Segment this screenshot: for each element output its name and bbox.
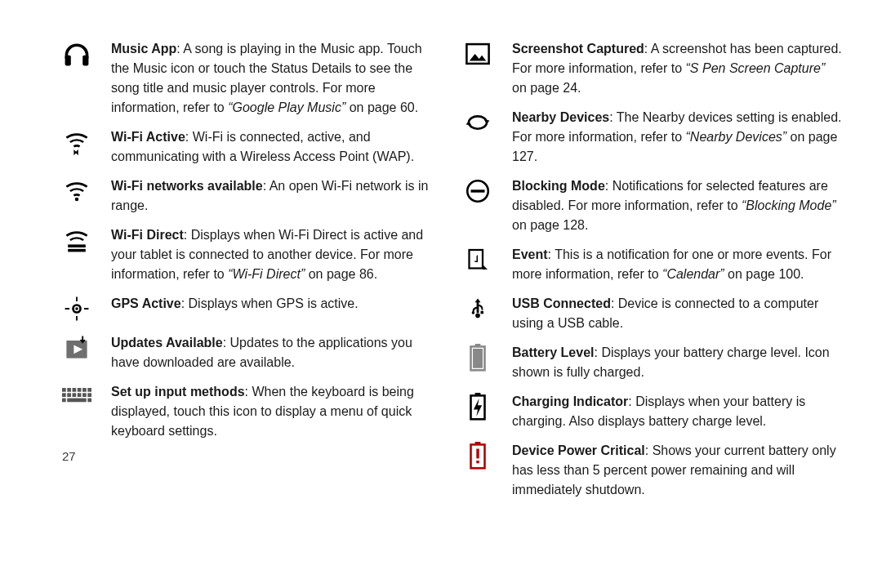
screenshot-icon bbox=[463, 39, 492, 69]
wifi-available-icon bbox=[62, 176, 91, 206]
svg-rect-16 bbox=[73, 393, 77, 397]
svg-rect-0 bbox=[65, 56, 71, 66]
entry-battery: Battery Level: Displays your battery cha… bbox=[463, 338, 843, 382]
entry-text: Device Power Critical: Shows your curren… bbox=[512, 436, 843, 500]
entry-text: Nearby Devices: The Nearby devices setti… bbox=[512, 103, 843, 167]
entry-wifi-available: Wi-Fi networks available: An open Wi-Fi … bbox=[62, 172, 442, 216]
entry-updates: Updates Available: Updates to the applic… bbox=[62, 328, 442, 372]
entry-wifi-direct: Wi-Fi Direct: Displays when Wi-Fi Direct… bbox=[62, 220, 442, 284]
svg-rect-10 bbox=[73, 388, 77, 392]
manual-page: Music App: A song is playing in the Musi… bbox=[0, 0, 882, 505]
entry-usb: USB Connected: Device is connected to a … bbox=[463, 289, 843, 333]
entry-text: Wi-Fi networks available: An open Wi-Fi … bbox=[111, 172, 442, 216]
entry-music: Music App: A song is playing in the Musi… bbox=[62, 34, 442, 118]
svg-rect-39 bbox=[476, 461, 479, 463]
svg-rect-19 bbox=[87, 393, 91, 397]
entry-gps: GPS Active: Displays when GPS is active. bbox=[62, 289, 442, 323]
entry-text: Battery Level: Displays your battery cha… bbox=[512, 338, 843, 382]
svg-rect-14 bbox=[62, 393, 66, 397]
svg-rect-4 bbox=[68, 249, 86, 252]
entry-keyboard: Set up input methods: When the keyboard … bbox=[62, 377, 442, 441]
svg-point-2 bbox=[75, 198, 79, 202]
gps-icon bbox=[62, 294, 91, 323]
svg-rect-20 bbox=[62, 399, 66, 403]
entry-text: Screenshot Captured: A screenshot has be… bbox=[512, 34, 843, 98]
headphones-icon bbox=[62, 39, 91, 69]
entry-text: Updates Available: Updates to the applic… bbox=[111, 328, 442, 372]
entry-text: Charging Indicator: Displays when your b… bbox=[512, 387, 843, 431]
svg-point-29 bbox=[472, 311, 475, 314]
entry-text: USB Connected: Device is connected to a … bbox=[512, 289, 843, 333]
svg-rect-3 bbox=[68, 244, 86, 247]
battery-icon bbox=[463, 343, 492, 372]
svg-point-24 bbox=[469, 116, 487, 128]
nearby-icon bbox=[463, 108, 492, 137]
wifi-active-icon bbox=[62, 127, 91, 157]
entry-event: Event: This is a notification for one or… bbox=[463, 240, 843, 284]
entry-text: Blocking Mode: Notifications for selecte… bbox=[512, 172, 843, 235]
svg-rect-30 bbox=[481, 311, 484, 314]
entry-text: Wi-Fi Direct: Displays when Wi-Fi Direct… bbox=[111, 220, 442, 284]
svg-rect-17 bbox=[78, 393, 82, 397]
svg-rect-22 bbox=[87, 399, 91, 403]
entry-critical: Device Power Critical: Shows your curren… bbox=[463, 436, 843, 500]
right-column: Screenshot Captured: A screenshot has be… bbox=[463, 34, 843, 505]
blocking-icon bbox=[463, 176, 492, 206]
svg-rect-33 bbox=[473, 349, 483, 368]
event-icon bbox=[463, 245, 492, 274]
entry-nearby: Nearby Devices: The Nearby devices setti… bbox=[463, 103, 843, 167]
entry-text: GPS Active: Displays when GPS is active. bbox=[111, 289, 359, 314]
entry-charging: Charging Indicator: Displays when your b… bbox=[463, 387, 843, 431]
svg-rect-26 bbox=[471, 189, 485, 192]
svg-rect-21 bbox=[67, 399, 86, 403]
entry-text: Set up input methods: When the keyboard … bbox=[111, 377, 442, 441]
entry-wifi-active: Wi-Fi Active: Wi-Fi is connected, active… bbox=[62, 122, 442, 167]
svg-rect-1 bbox=[82, 56, 88, 66]
entry-text: Music App: A song is playing in the Musi… bbox=[111, 34, 442, 118]
svg-rect-18 bbox=[82, 393, 87, 397]
entry-text: Event: This is a notification for one or… bbox=[512, 240, 843, 284]
svg-rect-27 bbox=[470, 250, 483, 269]
svg-rect-11 bbox=[78, 388, 82, 392]
usb-icon bbox=[463, 294, 492, 323]
left-column: Music App: A song is playing in the Musi… bbox=[62, 34, 442, 505]
entry-screenshot: Screenshot Captured: A screenshot has be… bbox=[463, 34, 843, 98]
svg-rect-13 bbox=[87, 388, 91, 392]
svg-rect-9 bbox=[67, 388, 71, 392]
keyboard-icon bbox=[62, 382, 91, 412]
svg-rect-15 bbox=[67, 393, 71, 397]
page-number: 27 bbox=[62, 449, 442, 463]
wifi-direct-icon bbox=[62, 225, 91, 255]
entry-text: Wi-Fi Active: Wi-Fi is connected, active… bbox=[111, 122, 442, 167]
charging-icon bbox=[463, 392, 492, 421]
svg-rect-12 bbox=[82, 388, 87, 392]
updates-icon bbox=[62, 333, 91, 363]
battery-critical-icon bbox=[463, 441, 492, 470]
svg-point-6 bbox=[75, 307, 78, 310]
svg-point-28 bbox=[475, 314, 480, 318]
svg-rect-8 bbox=[62, 388, 66, 392]
entry-blocking: Blocking Mode: Notifications for selecte… bbox=[463, 172, 843, 235]
svg-rect-38 bbox=[476, 449, 479, 459]
